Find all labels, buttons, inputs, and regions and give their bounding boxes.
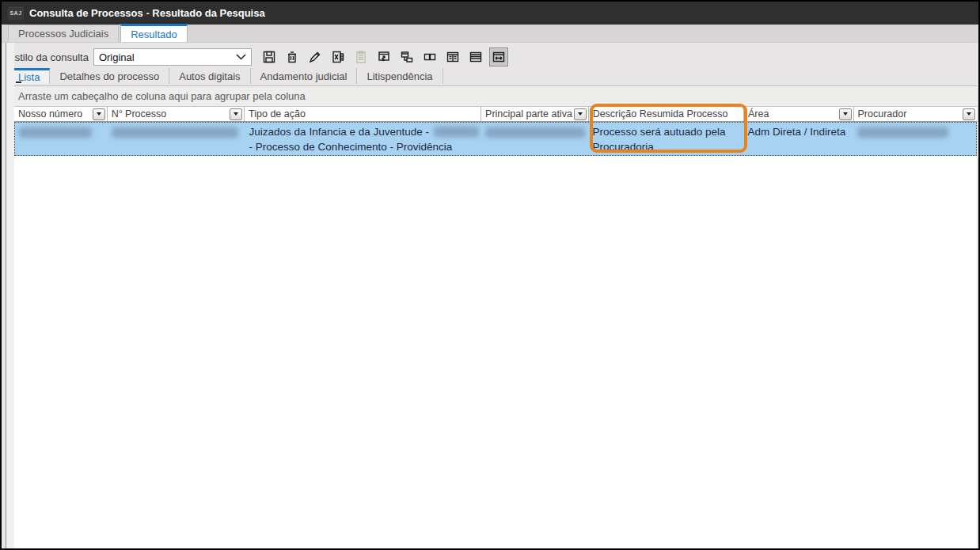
cell-nosso-numero: [15, 123, 108, 155]
grid-header-row: Nosso número N° Processo Tipo de ação Pr…: [14, 107, 977, 122]
column-header-principal-parte-ativa[interactable]: Principal parte ativa: [481, 107, 589, 121]
redacted-value: [857, 127, 948, 138]
cell-descricao-resumida-processo: Processo será autuado pela Procuradoria: [588, 123, 743, 155]
group-by-hint: Arraste um cabeçalho de coluna aqui para…: [18, 90, 306, 102]
results-grid: Arraste um cabeçalho de coluna aqui para…: [14, 85, 977, 548]
subtab-detalhes-do-processo[interactable]: Detalhes do processo: [50, 68, 169, 84]
edit-icon[interactable]: [306, 47, 325, 66]
best-fit-icon[interactable]: [489, 47, 508, 66]
group-columns-icon[interactable]: [397, 47, 416, 66]
cell-tipo-de-acao: Juizados da Infancia e da Juventude - - …: [245, 123, 482, 155]
cell-area: Adm Direta / Indireta: [743, 123, 853, 155]
filter-dropdown-icon[interactable]: [839, 108, 852, 120]
excel-export-icon[interactable]: [329, 47, 348, 66]
cell-n-processo: [108, 123, 245, 155]
column-header-area[interactable]: Área: [744, 107, 854, 121]
column-view-icon[interactable]: [443, 47, 462, 66]
cell-principal-parte-ativa: [481, 123, 588, 155]
query-style-select[interactable]: Original: [93, 48, 252, 66]
filter-dropdown-icon[interactable]: [93, 108, 105, 120]
filter-dropdown-icon[interactable]: [963, 108, 975, 120]
tab-resultado[interactable]: Resultado: [120, 24, 188, 42]
subtab-autos-digitais[interactable]: Autos digitais: [169, 68, 250, 84]
title-bar: SAJ Consulta de Processos - Resultado da…: [2, 2, 978, 25]
column-header-n-processo[interactable]: N° Processo: [108, 107, 245, 121]
query-style-label: Estilo da consulta: [8, 51, 89, 63]
query-toolbar: Estilo da consulta Original: [8, 46, 978, 68]
row-view-icon[interactable]: [466, 47, 485, 66]
delete-icon[interactable]: [283, 47, 302, 66]
group-by-band[interactable]: Arraste um cabeçalho de coluna aqui para…: [14, 86, 977, 107]
saj-logo-icon: SAJ: [8, 6, 24, 20]
redacted-value: [112, 127, 238, 138]
window-title: Consulta de Processos - Resultado da Pes…: [29, 7, 265, 19]
subtab-litispendencia[interactable]: Litispendência: [357, 68, 443, 84]
chevron-down-icon: [236, 54, 246, 60]
export-window-icon[interactable]: [374, 47, 393, 66]
subtab-andamento-judicial[interactable]: Andamento judicial: [251, 68, 358, 84]
column-header-descricao-resumida-processo[interactable]: Descrição Resumida Processo: [589, 107, 744, 121]
filter-dropdown-icon[interactable]: [230, 108, 242, 120]
cell-procurador: [853, 123, 976, 155]
table-row[interactable]: Juizados da Infancia e da Juventude - - …: [14, 122, 977, 156]
main-tab-strip: Processos Judiciais Resultado: [2, 25, 978, 43]
toolbar-buttons: [260, 47, 508, 66]
redacted-value: [485, 127, 585, 138]
app-window: SAJ Consulta de Processos - Resultado da…: [0, 0, 980, 550]
paste-icon: [351, 47, 370, 66]
filter-dropdown-icon[interactable]: [574, 108, 587, 120]
redacted-value: [434, 127, 479, 137]
left-panel-gutter: [6, 43, 14, 548]
bands-icon[interactable]: [420, 47, 439, 66]
result-subtab-strip: Lista Detalhes do processo Autos digitai…: [8, 68, 978, 84]
subtab-lista[interactable]: Lista: [8, 68, 50, 84]
column-header-procurador[interactable]: Procurador: [854, 107, 977, 121]
query-style-value: Original: [99, 51, 135, 63]
panel-collapse-dash[interactable]: [16, 82, 21, 83]
tab-processos-judiciais[interactable]: Processos Judiciais: [8, 25, 119, 42]
column-header-nosso-numero[interactable]: Nosso número: [14, 107, 108, 121]
column-header-tipo-de-acao[interactable]: Tipo de ação: [245, 107, 481, 121]
redacted-value: [19, 127, 92, 138]
save-icon[interactable]: [260, 47, 279, 66]
